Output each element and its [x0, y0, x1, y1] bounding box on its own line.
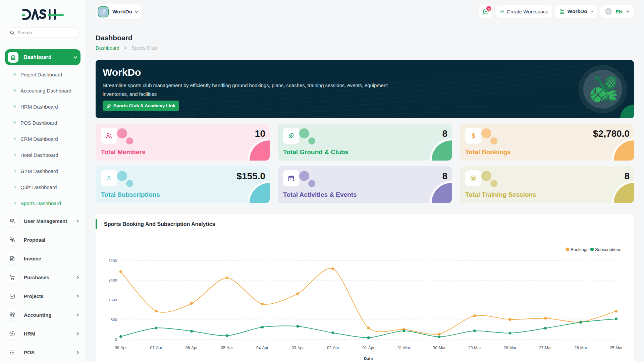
svg-text:07-Apr: 07-Apr [150, 346, 162, 350]
svg-text:2400: 2400 [108, 278, 117, 282]
svg-text:06-Apr: 06-Apr [185, 346, 198, 350]
svg-text:30-Mar: 30-Mar [433, 346, 445, 350]
svg-text:26-Mar: 26-Mar [574, 346, 587, 350]
svg-text:1600: 1600 [108, 298, 117, 302]
svg-text:08-Apr: 08-Apr [115, 346, 127, 350]
svg-text:28-Mar: 28-Mar [503, 346, 516, 350]
svg-text:05-Apr: 05-Apr [221, 346, 233, 350]
svg-text:800: 800 [111, 318, 117, 322]
svg-text:31-Mar: 31-Mar [397, 346, 410, 350]
svg-text:03-Apr: 03-Apr [291, 346, 304, 350]
svg-text:27-Mar: 27-Mar [539, 346, 552, 350]
svg-text:Subscriptions: Subscriptions [595, 247, 622, 252]
svg-text:0: 0 [115, 338, 117, 342]
svg-text:04-Apr: 04-Apr [256, 346, 268, 350]
svg-text:02-Apr: 02-Apr [327, 346, 339, 350]
svg-text:25-Mar: 25-Mar [610, 346, 623, 350]
svg-text:Bookings: Bookings [571, 247, 589, 252]
svg-text:01-Apr: 01-Apr [362, 346, 374, 350]
svg-text:29-Mar: 29-Mar [468, 346, 481, 350]
svg-text:3200: 3200 [108, 259, 117, 263]
svg-text:Date: Date [364, 356, 373, 361]
